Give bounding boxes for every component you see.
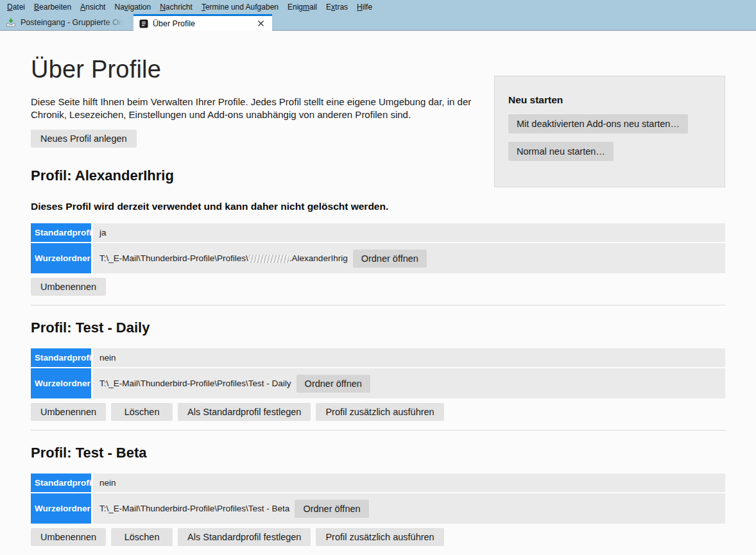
profile-heading: Profil: Test - Beta bbox=[31, 445, 725, 461]
table-row-default-profile: Standardprofil ja bbox=[31, 223, 725, 242]
restart-disabled-addons-button[interactable]: Mit deaktivierten Add-ons neu starten… bbox=[508, 114, 688, 133]
close-tab-icon[interactable] bbox=[255, 18, 266, 29]
table-row-root-folder: Wurzelordner T:\_E-Mail\Thunderbird-Prof… bbox=[31, 368, 725, 398]
about-profiles-page: Neu starten Mit deaktivierten Add-ons ne… bbox=[0, 31, 756, 555]
menu-hilfe[interactable]: Hilfe bbox=[352, 1, 377, 13]
profile-table: Standardprofil nein Wurzelordner T:\_E-M… bbox=[31, 474, 725, 524]
profile-path: T:\_E-Mail\Thunderbird-Profile\Profiles\… bbox=[99, 379, 291, 388]
row-label: Standardprofil bbox=[31, 348, 91, 367]
restart-normal-button[interactable]: Normal neu starten… bbox=[508, 142, 614, 161]
profile-table: Standardprofil ja Wurzelordner T:\_E-Mai… bbox=[31, 223, 725, 273]
restart-panel: Neu starten Mit deaktivierten Add-ons ne… bbox=[494, 76, 725, 187]
table-row-root-folder: Wurzelordner T:\_E-Mail\Thunderbird-Prof… bbox=[31, 243, 725, 273]
profile-path: T:\_E-Mail\Thunderbird-Profile\Profiles\… bbox=[99, 253, 348, 263]
delete-button[interactable]: Löschen bbox=[111, 403, 173, 421]
menu-bearbeiten[interactable]: Bearbeiten bbox=[30, 1, 76, 13]
profile-actions: Umbenennen bbox=[31, 278, 725, 296]
run-additional-button[interactable]: Profil zusätzlich ausführen bbox=[316, 403, 443, 421]
row-value: T:\_E-Mail\Thunderbird-Profile\Profiles\… bbox=[93, 493, 725, 524]
section-divider bbox=[31, 430, 725, 431]
set-default-button[interactable]: Als Standardprofil festlegen bbox=[178, 403, 311, 421]
tab-label: Über Profile bbox=[153, 19, 251, 28]
censored-path-segment bbox=[249, 255, 289, 263]
open-folder-button[interactable]: Ordner öffnen bbox=[353, 250, 427, 268]
menu-nachricht[interactable]: Nachricht bbox=[155, 1, 197, 13]
row-value: nein bbox=[93, 348, 725, 367]
run-additional-button[interactable]: Profil zusätzlich ausführen bbox=[316, 528, 443, 546]
profile-actions: Umbenennen Löschen Als Standardprofil fe… bbox=[31, 528, 725, 546]
restart-panel-title: Neu starten bbox=[508, 94, 711, 106]
menu-navigation[interactable]: Navigation bbox=[110, 1, 155, 13]
menubar: Datei Bearbeiten Ansicht Navigation Nach… bbox=[0, 0, 756, 14]
profile-actions: Umbenennen Löschen Als Standardprofil fe… bbox=[31, 403, 725, 421]
table-row-root-folder: Wurzelordner T:\_E-Mail\Thunderbird-Prof… bbox=[31, 493, 725, 524]
open-folder-button[interactable]: Ordner öffnen bbox=[296, 375, 370, 393]
delete-button[interactable]: Löschen bbox=[111, 528, 173, 546]
menu-extras[interactable]: Extras bbox=[322, 1, 352, 13]
profile-path: T:\_E-Mail\Thunderbird-Profile\Profiles\… bbox=[99, 504, 289, 513]
row-label: Wurzelordner bbox=[31, 368, 91, 398]
row-value: ja bbox=[93, 223, 725, 242]
tab-posteingang[interactable]: Posteingang - Gruppierte Ordne bbox=[0, 14, 133, 30]
row-value: nein bbox=[93, 474, 725, 492]
profile-heading: Profil: Test - Daily bbox=[31, 320, 725, 336]
tab-bar: Posteingang - Gruppierte Ordne Über Prof… bbox=[0, 14, 756, 31]
profile-table: Standardprofil nein Wurzelordner T:\_E-M… bbox=[31, 348, 725, 398]
menu-ansicht[interactable]: Ansicht bbox=[76, 1, 110, 13]
row-label: Standardprofil bbox=[31, 474, 91, 492]
rename-button[interactable]: Umbenennen bbox=[31, 403, 106, 421]
about-page-icon bbox=[139, 19, 148, 28]
create-profile-button[interactable]: Neues Profil anlegen bbox=[31, 130, 137, 148]
rename-button[interactable]: Umbenennen bbox=[31, 528, 106, 546]
row-label: Standardprofil bbox=[31, 223, 91, 242]
profile-in-use-note: Dieses Profil wird derzeit verwendet und… bbox=[31, 201, 725, 212]
window-chrome: Datei Bearbeiten Ansicht Navigation Nach… bbox=[0, 0, 756, 31]
row-value: T:\_E-Mail\Thunderbird-Profile\Profiles\… bbox=[93, 243, 725, 273]
rename-button[interactable]: Umbenennen bbox=[31, 278, 106, 296]
open-folder-button[interactable]: Ordner öffnen bbox=[295, 500, 368, 518]
set-default-button[interactable]: Als Standardprofil festlegen bbox=[178, 528, 311, 546]
row-label: Wurzelordner bbox=[31, 493, 91, 524]
tab-ueber-profile[interactable]: Über Profile bbox=[133, 14, 272, 31]
section-divider bbox=[31, 305, 725, 305]
row-value: T:\_E-Mail\Thunderbird-Profile\Profiles\… bbox=[93, 368, 725, 398]
intro-text: Diese Seite hilft Ihnen beim Verwalten I… bbox=[31, 96, 474, 121]
menu-datei[interactable]: Datei bbox=[3, 1, 30, 13]
tab-label: Posteingang - Gruppierte Ordne bbox=[21, 18, 125, 27]
menu-enigmail[interactable]: Enigmail bbox=[283, 1, 322, 13]
row-label: Wurzelordner bbox=[31, 243, 91, 273]
inbox-icon bbox=[6, 17, 16, 28]
table-row-default-profile: Standardprofil nein bbox=[31, 348, 725, 367]
table-row-default-profile: Standardprofil nein bbox=[31, 474, 725, 492]
menu-termine-und-aufgaben[interactable]: Termine und Aufgaben bbox=[197, 1, 283, 13]
